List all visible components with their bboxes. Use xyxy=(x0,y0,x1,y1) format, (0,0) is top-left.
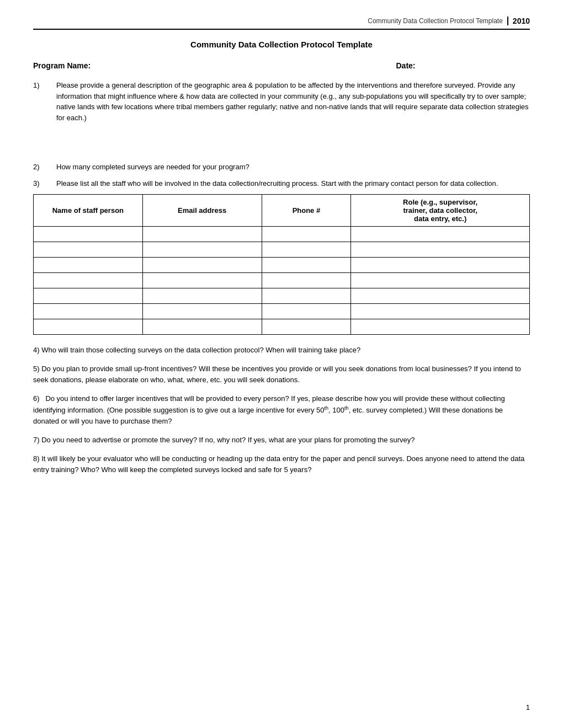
table-cell xyxy=(351,304,530,319)
table-cell xyxy=(34,242,143,258)
table-cell xyxy=(142,319,262,335)
q-text-8: 8) It will likely be your evaluator who … xyxy=(33,453,530,475)
question-2: 2) How many completed surveys are needed… xyxy=(33,162,530,173)
table-cell xyxy=(262,258,351,273)
table-cell xyxy=(262,304,351,319)
q-text-4: 4) Who will train those collecting surve… xyxy=(33,345,530,356)
table-cell xyxy=(351,258,530,273)
table-cell xyxy=(351,288,530,304)
table-cell xyxy=(142,227,262,242)
table-cell xyxy=(142,273,262,288)
numbered-questions: 4) Who will train those collecting surve… xyxy=(33,345,530,476)
table-cell xyxy=(142,304,262,319)
table-cell xyxy=(34,227,143,242)
question-3: 3) Please list all the staff who will be… xyxy=(33,178,530,189)
header-title: Community Data Collection Protocol Templ… xyxy=(368,17,503,25)
q1-answer-area xyxy=(33,129,530,162)
table-cell xyxy=(262,242,351,258)
table-cell xyxy=(262,288,351,304)
table-cell xyxy=(351,227,530,242)
table-cell xyxy=(34,273,143,288)
program-name-label: Program Name: xyxy=(33,61,282,70)
q-block-6: 6) Do you intend to offer larger incenti… xyxy=(33,393,530,427)
question-1: 1) Please provide a general description … xyxy=(33,80,530,123)
q-block-4: 4) Who will train those collecting surve… xyxy=(33,345,530,356)
q3-num: 3) xyxy=(33,178,56,189)
table-row xyxy=(34,288,530,304)
q-block-7: 7) Do you need to advertise or promote t… xyxy=(33,435,530,446)
header-bar: Community Data Collection Protocol Templ… xyxy=(33,17,530,30)
q-block-8: 8) It will likely be your evaluator who … xyxy=(33,453,530,475)
table-row xyxy=(34,242,530,258)
table-row xyxy=(34,227,530,242)
col-role-header: Role (e.g., supervisor,trainer, data col… xyxy=(351,195,530,227)
q-text-7: 7) Do you need to advertise or promote t… xyxy=(33,435,530,446)
table-cell xyxy=(351,319,530,335)
q-text-5: 5) Do you plan to provide small up-front… xyxy=(33,363,530,386)
col-phone-header: Phone # xyxy=(262,195,351,227)
date-label: Date: xyxy=(282,61,530,70)
table-cell xyxy=(34,304,143,319)
header-year: 2010 xyxy=(507,17,530,25)
program-date-row: Program Name: Date: xyxy=(33,61,530,70)
table-row xyxy=(34,258,530,273)
table-row xyxy=(34,273,530,288)
table-cell xyxy=(262,273,351,288)
col-email-header: Email address xyxy=(142,195,262,227)
col-name-header: Name of staff person xyxy=(34,195,143,227)
table-cell xyxy=(34,288,143,304)
q1-num: 1) xyxy=(33,80,56,123)
table-cell xyxy=(142,242,262,258)
table-row xyxy=(34,319,530,335)
table-cell xyxy=(351,242,530,258)
table-cell xyxy=(34,319,143,335)
table-cell xyxy=(142,288,262,304)
table-cell xyxy=(262,227,351,242)
page: Community Data Collection Protocol Templ… xyxy=(0,0,563,728)
q3-text: Please list all the staff who will be in… xyxy=(56,178,530,189)
table-row xyxy=(34,304,530,319)
q-block-5: 5) Do you plan to provide small up-front… xyxy=(33,363,530,386)
table-cell xyxy=(351,273,530,288)
table-cell xyxy=(262,319,351,335)
table-cell xyxy=(34,258,143,273)
q2-num: 2) xyxy=(33,162,56,173)
table-header-row: Name of staff person Email address Phone… xyxy=(34,195,530,227)
doc-title: Community Data Collection Protocol Templ… xyxy=(33,40,530,49)
q2-text: How many completed surveys are needed fo… xyxy=(56,162,530,173)
footer-page-number: 1 xyxy=(526,703,530,711)
table-cell xyxy=(142,258,262,273)
staff-table: Name of staff person Email address Phone… xyxy=(33,194,530,335)
q-text-6: 6) Do you intend to offer larger incenti… xyxy=(33,393,530,427)
q1-text: Please provide a general description of … xyxy=(56,80,530,123)
